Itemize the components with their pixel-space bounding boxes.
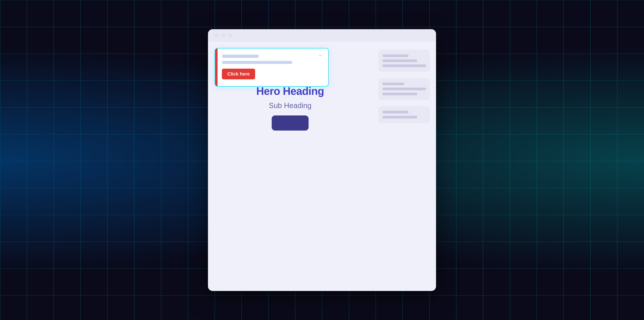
hero-subheading: Sub Heading [269, 101, 312, 110]
traffic-light-red[interactable] [214, 33, 218, 37]
notification-body-placeholder [222, 61, 292, 64]
sidebar-line [382, 111, 408, 113]
sidebar [372, 41, 436, 291]
main-content: × Click here Hero Heading Sub Heading [208, 41, 372, 291]
sidebar-card-2 [378, 78, 430, 100]
traffic-light-green[interactable] [228, 33, 232, 37]
close-button[interactable]: × [317, 52, 324, 59]
sidebar-card-1 [378, 50, 430, 72]
hero-cta-button[interactable] [272, 115, 308, 131]
sidebar-card-3 [378, 106, 430, 123]
hero-heading: Hero Heading [256, 85, 324, 97]
hero-section: Hero Heading Sub Heading [218, 85, 362, 131]
sidebar-line [382, 88, 426, 90]
traffic-light-yellow[interactable] [221, 33, 226, 37]
sidebar-line [382, 59, 417, 62]
click-here-button[interactable]: Click here [222, 69, 255, 79]
notification-box: × Click here [215, 48, 329, 87]
browser-chrome [208, 29, 436, 41]
browser-content: × Click here Hero Heading Sub Heading [208, 41, 436, 291]
sidebar-line [382, 54, 408, 57]
sidebar-line [382, 83, 404, 85]
notification-title-placeholder [222, 55, 259, 58]
sidebar-line [382, 65, 426, 67]
sidebar-line [382, 116, 417, 119]
sidebar-line [382, 93, 417, 95]
browser-window: × Click here Hero Heading Sub Heading [208, 29, 436, 291]
